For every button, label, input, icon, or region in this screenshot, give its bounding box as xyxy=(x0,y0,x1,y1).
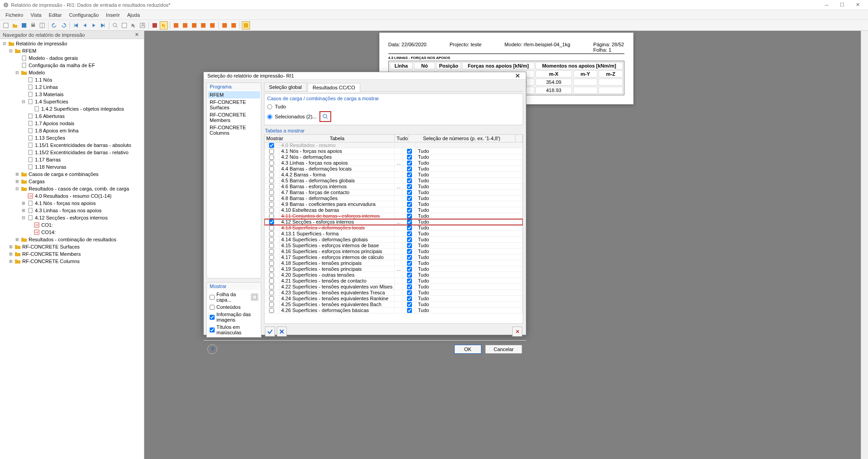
tree-toggle[interactable] xyxy=(21,121,26,126)
tool-next-icon[interactable] xyxy=(90,21,98,29)
row-all-checkbox[interactable] xyxy=(407,214,412,219)
row-show-checkbox[interactable] xyxy=(269,220,274,225)
tree-toggle[interactable]: ⊟ xyxy=(21,215,26,220)
tree-toggle[interactable]: ⊞ xyxy=(8,259,14,264)
row-all-checkbox[interactable] xyxy=(407,172,412,177)
row-all-checkbox[interactable] xyxy=(407,208,412,213)
row-selection[interactable]: Tudo xyxy=(416,290,523,295)
row-selection[interactable]: Tudo xyxy=(416,260,523,266)
tree-toggle[interactable] xyxy=(27,222,33,228)
table-row[interactable]: 4.9 Barras - coeficientes para encurvadu… xyxy=(265,201,523,207)
tree-toggle[interactable] xyxy=(27,230,33,235)
close-button[interactable]: ✕ xyxy=(850,0,865,10)
tool-f-icon[interactable] xyxy=(221,21,229,29)
program-item[interactable]: RF-CONCRETE Columns xyxy=(208,124,260,137)
program-item[interactable]: RF-CONCRETE Members xyxy=(208,111,260,124)
table-row[interactable]: 4.4 Barras - deformações locaisTudo xyxy=(265,166,523,172)
navigator-close-icon[interactable]: ✕ xyxy=(135,32,141,38)
tree-node[interactable]: ⊞4.3 Linhas - forças nos apoios xyxy=(1,207,143,214)
row-selection[interactable]: Tudo xyxy=(416,184,523,189)
tool-h-icon[interactable] xyxy=(242,21,250,29)
delete-icon[interactable]: ✕ xyxy=(512,327,522,337)
table-row[interactable]: 4.7 Barras - forças de contactoTudo xyxy=(265,190,523,195)
row-selection[interactable]: Tudo xyxy=(416,237,523,242)
table-row[interactable]: 4.25 Superfícies - tensões equivalentes … xyxy=(265,302,523,308)
tree-toggle[interactable] xyxy=(21,157,26,162)
tool-last-icon[interactable] xyxy=(99,21,107,29)
tree-node[interactable]: 1.4.2 Superfícies - objetos integrados xyxy=(1,105,143,112)
row-selection[interactable]: Tudo xyxy=(416,278,523,283)
tool-c-icon[interactable] xyxy=(190,21,198,29)
row-all-checkbox[interactable] xyxy=(407,190,412,195)
tree-toggle[interactable]: ⊞ xyxy=(15,171,20,177)
row-show-checkbox[interactable] xyxy=(269,202,274,207)
table-row[interactable]: 4.13.1 Superfícies - formaTudo xyxy=(265,231,523,237)
tree-toggle[interactable] xyxy=(21,193,26,199)
row-show-checkbox[interactable] xyxy=(269,296,274,301)
row-show-checkbox[interactable] xyxy=(269,196,274,201)
tables-body[interactable]: 4.0 Resultados - resumo4.1 Nós - forças … xyxy=(264,142,523,324)
cover-checkbox[interactable] xyxy=(210,295,215,300)
row-all-checkbox[interactable] xyxy=(407,290,412,295)
row-show-checkbox[interactable] xyxy=(269,172,274,177)
row-selection[interactable]: Tudo xyxy=(416,195,523,201)
row-all-checkbox[interactable] xyxy=(407,220,412,225)
minimize-button[interactable]: ─ xyxy=(819,0,834,10)
tool-a-icon[interactable] xyxy=(172,21,180,29)
tool-new-icon[interactable] xyxy=(2,21,10,29)
row-show-checkbox[interactable] xyxy=(269,231,274,236)
row-show-checkbox[interactable] xyxy=(269,149,274,154)
vertical-scrollbar[interactable] xyxy=(861,31,868,459)
tool-prev-icon[interactable] xyxy=(81,21,89,29)
row-selection[interactable]: Tudo xyxy=(416,249,523,254)
row-show-checkbox[interactable] xyxy=(269,261,274,266)
row-show-checkbox[interactable] xyxy=(269,190,274,195)
row-all-checkbox[interactable] xyxy=(407,225,412,230)
ok-button[interactable]: OK xyxy=(454,345,481,354)
row-selection[interactable]: Tudo xyxy=(416,148,523,154)
contents-checkbox[interactable] xyxy=(210,305,215,310)
row-show-checkbox[interactable] xyxy=(269,273,274,278)
tree-node[interactable]: ⊞Resultados - combinação de resultados xyxy=(1,236,143,243)
row-show-checkbox[interactable] xyxy=(269,267,274,272)
tree-node[interactable]: ⊞Cargas xyxy=(1,178,143,185)
tool-select-icon[interactable] xyxy=(129,21,137,29)
tree-toggle[interactable] xyxy=(21,150,26,155)
tree-node[interactable]: 1.7 Apoios nodais xyxy=(1,120,143,127)
row-selection[interactable]: Tudo xyxy=(416,284,523,289)
tool-print-icon[interactable] xyxy=(29,21,37,29)
row-selection[interactable]: Tudo xyxy=(416,178,523,183)
table-row[interactable]: 4.14 Superfícies - deformações globaisTu… xyxy=(265,237,523,243)
tool-pdf-icon[interactable] xyxy=(151,21,159,29)
tree-node[interactable]: 1.3 Materiais xyxy=(1,91,143,98)
tree-node[interactable]: ⊟4.12 Secções - esforços internos xyxy=(1,214,143,221)
navigator-tree[interactable]: ⊟Relatório de impressão⊟RFEMModelo - dad… xyxy=(0,39,144,459)
table-row[interactable]: 4.21 Superfícies - tensões de contactoTu… xyxy=(265,278,523,284)
tree-toggle[interactable] xyxy=(15,63,20,68)
table-row[interactable]: 4.22 Superfícies - tensões equivalentes … xyxy=(265,284,523,290)
tree-node[interactable]: ⊟Relatório de impressão xyxy=(1,40,143,47)
row-all-checkbox[interactable] xyxy=(407,302,412,307)
tree-node[interactable]: 1.2 Linhas xyxy=(1,83,143,91)
program-item[interactable]: RF-CONCRETE Surfaces xyxy=(208,98,260,111)
row-all-checkbox[interactable] xyxy=(407,249,412,254)
row-show-checkbox[interactable] xyxy=(269,284,274,289)
tool-zoom-in-icon[interactable] xyxy=(111,21,119,29)
tree-toggle[interactable] xyxy=(21,84,26,90)
tree-node[interactable]: CO14: xyxy=(1,229,143,236)
row-details-icon[interactable]: ... xyxy=(395,266,403,272)
tree-toggle[interactable]: ⊟ xyxy=(21,99,26,104)
row-all-checkbox[interactable] xyxy=(407,149,412,154)
tree-node[interactable]: ⊞Casos de carga e combinações xyxy=(1,171,143,178)
tree-node[interactable]: 1.1 Nós xyxy=(1,76,143,83)
tree-toggle[interactable] xyxy=(27,106,33,112)
row-all-checkbox[interactable] xyxy=(407,178,412,183)
row-all-checkbox[interactable] xyxy=(407,255,412,260)
row-show-checkbox[interactable] xyxy=(269,308,274,313)
row-show-checkbox[interactable] xyxy=(269,278,274,283)
row-selection[interactable]: Tudo xyxy=(416,190,523,195)
row-show-checkbox[interactable] xyxy=(269,243,274,248)
tree-toggle[interactable]: ⊟ xyxy=(8,48,14,54)
row-show-checkbox[interactable] xyxy=(269,255,274,260)
tree-toggle[interactable] xyxy=(21,113,26,119)
